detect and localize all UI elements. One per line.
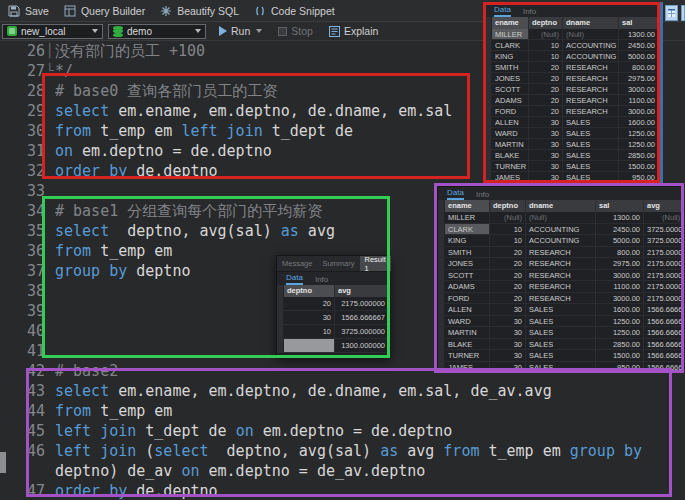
cell[interactable]: 20: [529, 95, 563, 105]
cell[interactable]: 3000.00: [619, 84, 659, 94]
cell[interactable]: 30: [529, 128, 563, 138]
cell[interactable]: 800.00: [619, 62, 659, 72]
cell[interactable]: 30: [490, 304, 526, 315]
cell[interactable]: 800.00: [596, 247, 644, 258]
row-header[interactable]: [485, 51, 492, 61]
cell[interactable]: ALLEN: [445, 304, 490, 315]
connection-select[interactable]: new_local: [2, 24, 103, 39]
row-header[interactable]: [485, 29, 492, 39]
grid-view-icon[interactable]: [665, 5, 678, 21]
row-header[interactable]: [485, 84, 492, 94]
cell[interactable]: JAMES: [492, 172, 529, 182]
cell[interactable]: 30: [284, 311, 335, 324]
cell[interactable]: 1500.00: [596, 350, 644, 361]
column-header-sal[interactable]: sal: [596, 200, 644, 212]
cell[interactable]: 1300.000000: [335, 339, 389, 352]
cell[interactable]: RESEARCH: [526, 293, 596, 304]
cell[interactable]: 2175.000000: [644, 247, 683, 258]
cell[interactable]: 20: [284, 297, 335, 310]
cell[interactable]: 2175.000000: [644, 270, 683, 281]
cell[interactable]: 3000.00: [596, 270, 644, 281]
cell[interactable]: RESEARCH: [563, 106, 619, 116]
cell[interactable]: 2175.000000: [335, 297, 389, 310]
cell[interactable]: SALES: [526, 350, 596, 361]
column-header-ename[interactable]: ename: [445, 200, 490, 212]
cell[interactable]: SALES: [526, 327, 596, 338]
row-header[interactable]: [438, 212, 445, 223]
row-header[interactable]: [485, 40, 492, 50]
row-header[interactable]: [485, 150, 492, 160]
cell[interactable]: 1250.00: [596, 316, 644, 327]
cell[interactable]: ALLEN: [492, 117, 529, 127]
cell[interactable]: SALES: [563, 139, 619, 149]
tab-data[interactable]: Data: [447, 188, 464, 200]
cell[interactable]: CLARK: [492, 40, 529, 50]
row-header[interactable]: [438, 293, 445, 304]
cell[interactable]: (Null): [529, 29, 563, 39]
cell[interactable]: 30: [490, 350, 526, 361]
cell[interactable]: MARTIN: [492, 139, 529, 149]
row-header[interactable]: [438, 339, 445, 350]
cell[interactable]: 20: [490, 281, 526, 292]
row-header[interactable]: [438, 362, 445, 373]
cell[interactable]: 2450.00: [619, 40, 659, 50]
cell[interactable]: 2975.00: [619, 73, 659, 83]
column-header-deptno[interactable]: deptno: [490, 200, 526, 212]
column-header-avg[interactable]: avg: [335, 285, 389, 297]
cell[interactable]: ACCOUNTING: [526, 235, 596, 246]
cell[interactable]: (Null): [563, 29, 619, 39]
result-grid-scrollbar[interactable]: [659, 2, 663, 183]
toolbar-button-query-builder[interactable]: Query Builder: [64, 5, 145, 17]
cell[interactable]: 1566.666667: [644, 339, 683, 350]
cell[interactable]: MILLER: [492, 29, 529, 39]
row-header[interactable]: [485, 73, 492, 83]
cell[interactable]: MILLER: [445, 212, 490, 223]
cell[interactable]: 2975.00: [596, 258, 644, 269]
popup-tab-summary[interactable]: Summary: [317, 256, 359, 271]
cell[interactable]: 20: [490, 293, 526, 304]
cell[interactable]: 1250.00: [619, 128, 659, 138]
cell[interactable]: ADAMS: [492, 95, 529, 105]
tab-info[interactable]: Info: [315, 275, 328, 285]
cell[interactable]: WARD: [445, 316, 490, 327]
cell[interactable]: RESEARCH: [526, 281, 596, 292]
cell[interactable]: CLARK: [445, 224, 490, 235]
cell[interactable]: KING: [445, 235, 490, 246]
cell[interactable]: SALES: [526, 304, 596, 315]
cell[interactable]: 1600.00: [619, 117, 659, 127]
cell[interactable]: TURNER: [445, 350, 490, 361]
cell[interactable]: 20: [529, 73, 563, 83]
cell[interactable]: TURNER: [492, 161, 529, 171]
cell[interactable]: 30: [529, 139, 563, 149]
explain-button[interactable]: Explain: [329, 25, 378, 37]
row-header[interactable]: [438, 350, 445, 361]
cell[interactable]: 3000.00: [596, 293, 644, 304]
cell[interactable]: BLAKE: [492, 150, 529, 160]
row-header[interactable]: [438, 235, 445, 246]
cell[interactable]: RESEARCH: [526, 270, 596, 281]
cell[interactable]: 2175.000000: [644, 281, 683, 292]
cell[interactable]: RESEARCH: [563, 62, 619, 72]
toolbar-button-save[interactable]: Save: [8, 5, 49, 17]
cell[interactable]: 5000.00: [596, 235, 644, 246]
cell[interactable]: 950.00: [619, 172, 659, 182]
cell[interactable]: 3000.00: [619, 106, 659, 116]
cell[interactable]: SMITH: [445, 247, 490, 258]
row-header[interactable]: [485, 106, 492, 116]
cell[interactable]: 5000.00: [619, 51, 659, 61]
cell[interactable]: SMITH: [492, 62, 529, 72]
cell[interactable]: 1566.666667: [644, 316, 683, 327]
cell[interactable]: 1100.00: [619, 95, 659, 105]
toolbar-button-code-snippet[interactable]: Code Snippet: [254, 5, 335, 17]
cell[interactable]: 1250.00: [596, 327, 644, 338]
cell[interactable]: 950.00: [596, 362, 644, 373]
cell[interactable]: FORD: [492, 106, 529, 116]
stop-button[interactable]: Stop: [278, 25, 313, 37]
cell[interactable]: SALES: [563, 128, 619, 138]
cell[interactable]: 30: [490, 327, 526, 338]
row-header[interactable]: [438, 304, 445, 315]
row-header[interactable]: [438, 281, 445, 292]
database-select[interactable]: demo: [108, 24, 206, 39]
cell[interactable]: RESEARCH: [563, 84, 619, 94]
row-header[interactable]: [438, 270, 445, 281]
